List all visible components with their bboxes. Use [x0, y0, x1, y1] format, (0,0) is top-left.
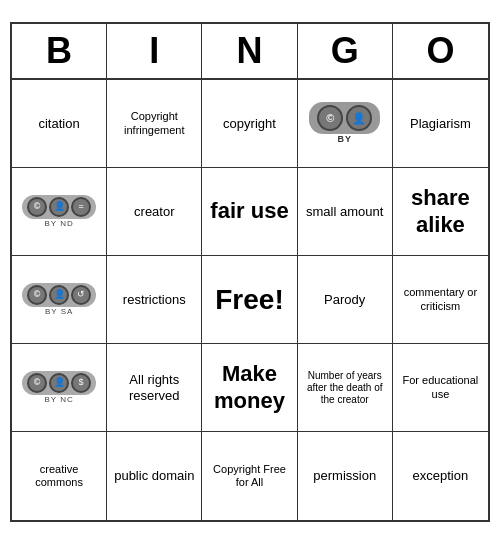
cc-by-label: BY	[337, 134, 352, 145]
header-n: N	[202, 24, 297, 78]
nc-icon: $	[71, 373, 91, 393]
cell-r1c5: Plagiarism	[393, 80, 488, 168]
cell-r4c2: All rights reserved	[107, 344, 202, 432]
cell-r4c4: Number of years after the death of the c…	[298, 344, 393, 432]
cc-badge: © 👤 =	[22, 195, 96, 219]
cc-label: BY SA	[45, 307, 73, 317]
cc-badge: © 👤 $	[22, 371, 96, 395]
cell-text: share alike	[397, 185, 484, 238]
cell-text: For educational use	[397, 374, 484, 400]
header-i: I	[107, 24, 202, 78]
cc-main: ©	[27, 285, 47, 305]
nd-icon: =	[71, 197, 91, 217]
bingo-header: B I N G O	[12, 24, 488, 80]
cc-by-icon: © 👤 BY	[309, 102, 380, 145]
cell-r2c2: creator	[107, 168, 202, 256]
cell-r5c3: Copyright Free for All	[202, 432, 297, 520]
cell-r2c4: small amount	[298, 168, 393, 256]
cell-r3c4: Parody	[298, 256, 393, 344]
cell-r5c2: public domain	[107, 432, 202, 520]
bingo-grid: citation Copyright infringement copyrigh…	[12, 80, 488, 520]
cell-text: Copyright infringement	[111, 110, 197, 136]
cell-text: All rights reserved	[111, 372, 197, 403]
cc-badge: © 👤	[309, 102, 380, 134]
cell-text: commentary or criticism	[397, 286, 484, 312]
cell-r4c5: For educational use	[393, 344, 488, 432]
cell-text: permission	[313, 468, 376, 484]
cell-r3c1: © 👤 ↺ BY SA	[12, 256, 107, 344]
cell-text: public domain	[114, 468, 194, 484]
cell-r1c3: copyright	[202, 80, 297, 168]
cell-r1c2: Copyright infringement	[107, 80, 202, 168]
cell-text: Plagiarism	[410, 116, 471, 132]
header-o: O	[393, 24, 488, 78]
cell-r3c2: restrictions	[107, 256, 202, 344]
cell-text: exception	[413, 468, 469, 484]
cell-text: Copyright Free for All	[206, 463, 292, 489]
cell-text: Free!	[215, 283, 283, 317]
cell-r3c5: commentary or criticism	[393, 256, 488, 344]
person-icon: 👤	[49, 197, 69, 217]
cell-r2c1: © 👤 = BY ND	[12, 168, 107, 256]
cc-label: BY ND	[44, 219, 73, 229]
cell-text: citation	[38, 116, 79, 132]
cell-text: Number of years after the death of the c…	[302, 370, 388, 406]
cc-circle: ©	[317, 105, 343, 131]
cc-by-nc-icon: © 👤 $ BY NC	[22, 371, 96, 405]
cell-text: creator	[134, 204, 174, 220]
cell-text: Make money	[206, 361, 292, 414]
cc-main: ©	[27, 373, 47, 393]
cc-by-sa-icon: © 👤 ↺ BY SA	[22, 283, 96, 317]
sa-icon: ↺	[71, 285, 91, 305]
cell-r2c3: fair use	[202, 168, 297, 256]
cell-text: fair use	[210, 198, 288, 224]
header-g: G	[298, 24, 393, 78]
cell-text: creative commons	[16, 463, 102, 489]
bingo-card: B I N G O citation Copyright infringemen…	[10, 22, 490, 522]
cell-r3c3: Free!	[202, 256, 297, 344]
cc-label: BY NC	[44, 395, 73, 405]
cell-r4c1: © 👤 $ BY NC	[12, 344, 107, 432]
cell-r1c4: © 👤 BY	[298, 80, 393, 168]
header-b: B	[12, 24, 107, 78]
person-icon: 👤	[49, 285, 69, 305]
cc-by-nd-icon: © 👤 = BY ND	[22, 195, 96, 229]
cell-text: copyright	[223, 116, 276, 132]
cell-r4c3: Make money	[202, 344, 297, 432]
person-circle: 👤	[346, 105, 372, 131]
cc-badge: © 👤 ↺	[22, 283, 96, 307]
cell-r5c1: creative commons	[12, 432, 107, 520]
cell-text: small amount	[306, 204, 383, 220]
cell-r5c4: permission	[298, 432, 393, 520]
cell-text: Parody	[324, 292, 365, 308]
person-icon: 👤	[49, 373, 69, 393]
cell-r1c1: citation	[12, 80, 107, 168]
cell-text: restrictions	[123, 292, 186, 308]
cell-r2c5: share alike	[393, 168, 488, 256]
cc-main: ©	[27, 197, 47, 217]
cell-r5c5: exception	[393, 432, 488, 520]
